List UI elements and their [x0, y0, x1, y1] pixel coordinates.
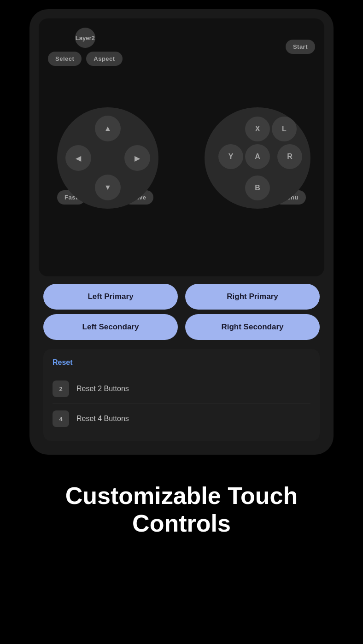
dpad-right-button[interactable]: ▶: [124, 145, 150, 171]
select-button[interactable]: Select: [48, 52, 82, 66]
action-buttons-row1: Left Primary Right Primary: [39, 276, 324, 314]
face-y-button[interactable]: Y: [218, 144, 243, 169]
face-r-button[interactable]: R: [277, 144, 302, 169]
phone-frame: Layer2 Select Aspect Start ▲ ▼ ◀ ▶: [29, 9, 334, 455]
left-secondary-button[interactable]: Left Secondary: [43, 314, 178, 340]
aspect-button[interactable]: Aspect: [86, 52, 122, 66]
face-l-button[interactable]: L: [272, 117, 297, 141]
top-left-buttons: Layer2 Select Aspect: [48, 28, 123, 66]
right-secondary-button[interactable]: Right Secondary: [185, 314, 320, 340]
reset-title: Reset: [53, 358, 310, 367]
reset-4-label: Reset 4 Buttons: [76, 415, 129, 423]
layer2-button[interactable]: Layer2: [75, 28, 95, 48]
controller-area: Layer2 Select Aspect Start ▲ ▼ ◀ ▶: [39, 18, 324, 276]
reset-2-buttons-item[interactable]: 2 Reset 2 Buttons: [53, 376, 310, 402]
top-row: Layer2 Select Aspect Start: [43, 28, 320, 66]
reset-4-icon: 4: [53, 410, 69, 427]
face-b-button[interactable]: B: [245, 176, 270, 200]
action-buttons-row2: Left Secondary Right Secondary: [39, 314, 324, 345]
reset-4-buttons-item[interactable]: 4 Reset 4 Buttons: [53, 406, 310, 432]
reset-divider: [53, 404, 310, 404]
face-x-button[interactable]: X: [245, 117, 270, 141]
heading-line1: Customizable Touch: [65, 482, 298, 509]
left-primary-button[interactable]: Left Primary: [43, 284, 178, 310]
reset-2-label: Reset 2 Buttons: [76, 385, 129, 393]
dpad-up-button[interactable]: ▲: [95, 116, 121, 141]
face-buttons: X L Y A R B: [205, 107, 310, 209]
gamepad-row: ▲ ▼ ◀ ▶ X L Y A R B: [43, 70, 320, 181]
bottom-heading: Customizable Touch Controls: [47, 455, 316, 565]
face-a-button[interactable]: A: [245, 144, 270, 169]
reset-section: Reset 2 Reset 2 Buttons 4 Reset 4 Button…: [43, 349, 320, 441]
dpad: ▲ ▼ ◀ ▶: [57, 107, 158, 209]
right-primary-button[interactable]: Right Primary: [185, 284, 320, 310]
start-button[interactable]: Start: [286, 40, 315, 54]
dpad-left-button[interactable]: ◀: [65, 145, 91, 171]
reset-2-icon: 2: [53, 381, 69, 397]
heading-line2: Controls: [132, 510, 231, 537]
dpad-down-button[interactable]: ▼: [95, 175, 121, 200]
top-right-buttons: Start: [286, 40, 315, 54]
